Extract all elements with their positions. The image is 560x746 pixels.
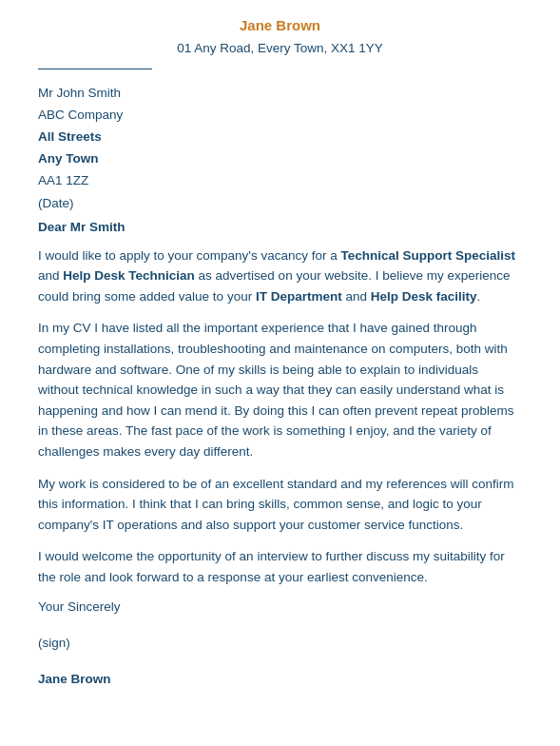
paragraph-3: My work is considered to be of an excell… — [38, 474, 522, 536]
header: Jane Brown 01 Any Road, Every Town, XX1 … — [38, 17, 522, 55]
recipient-company: ABC Company — [38, 105, 522, 127]
closing: Your Sincerely — [38, 599, 522, 614]
paragraph-1: I would like to apply to your company's … — [38, 245, 522, 307]
recipient-block: Mr John Smith ABC Company All Streets An… — [38, 83, 522, 192]
recipient-town: Any Town — [38, 148, 522, 170]
recipient-street: All Streets — [38, 127, 522, 148]
sender-address: 01 Any Road, Every Town, XX1 1YY — [38, 41, 522, 55]
sign: (sign) — [38, 636, 522, 650]
recipient-name: Mr John Smith — [38, 83, 522, 105]
date: (Date) — [38, 196, 522, 210]
divider — [38, 69, 152, 69]
paragraph-4: I would welcome the opportunity of an in… — [38, 546, 522, 587]
paragraph-2: In my CV I have listed all the important… — [38, 318, 522, 461]
footer-name: Jane Brown — [38, 672, 522, 686]
salutation: Dear Mr Smith — [38, 220, 522, 234]
recipient-postcode: AA1 1ZZ — [38, 170, 522, 192]
sender-name: Jane Brown — [38, 17, 522, 33]
